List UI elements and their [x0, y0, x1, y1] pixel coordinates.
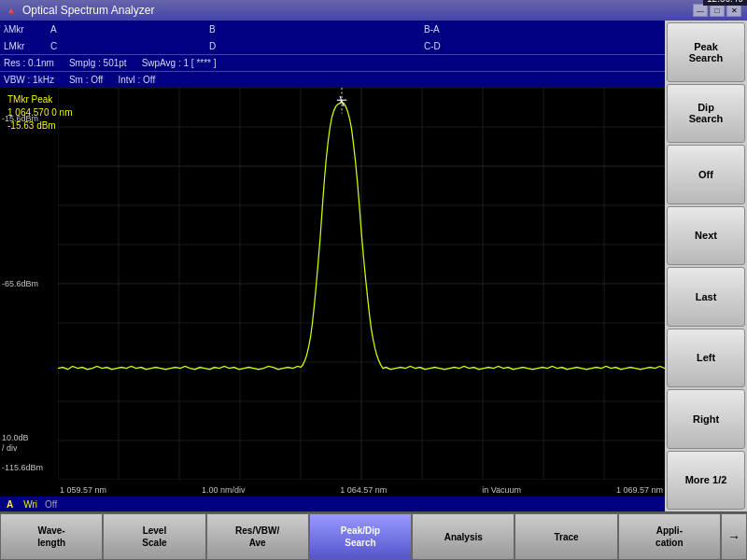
wavelength-button[interactable]: Wave- length: [0, 513, 103, 560]
settings-row-2: VBW : 1kHz Sm : Off Intvl : Off: [0, 71, 665, 88]
time-display: 12:56:49: [707, 0, 743, 5]
spectrum-graph: ×: [58, 88, 665, 480]
y-label-mid: -65.6dBm: [2, 279, 38, 288]
marker-row-1: λMkr A B B-A: [0, 21, 665, 37]
mkr-a-value: A: [50, 24, 78, 35]
peak-power: -15.63 dBm: [7, 119, 73, 133]
graph-info-box: TMkr Peak 1 064.570 0 nm -15.63 dBm: [7, 93, 73, 133]
peak-search-button[interactable]: Peak Search: [667, 22, 745, 82]
close-button[interactable]: ✕: [726, 4, 741, 17]
intvl-setting: Intvl : Off: [118, 75, 155, 85]
right-button[interactable]: Right: [667, 389, 745, 449]
off-button[interactable]: Off: [667, 145, 745, 204]
peak-dip-search-button[interactable]: Peak/Dip Search: [309, 513, 412, 560]
off-label: Off: [45, 499, 57, 510]
wri-label: Wri: [23, 499, 37, 510]
lambda-mkr-label: λMkr: [4, 24, 32, 35]
mkr-ba-label: B-A: [424, 24, 452, 35]
l-mkr-label: LMkr: [4, 41, 32, 51]
peak-wavelength: 1 064.570 0 nm: [7, 106, 73, 119]
analysis-button[interactable]: Analysis: [412, 513, 514, 560]
dip-search-button[interactable]: Dip Search: [667, 84, 745, 144]
res-vbw-avg-button[interactable]: Res/VBW/ Ave: [206, 513, 309, 560]
left-button[interactable]: Left: [667, 329, 745, 388]
vbw-setting: VBW : 1kHz: [4, 75, 54, 85]
level-scale-button[interactable]: Level Scale: [103, 513, 205, 560]
res-setting: Res : 0.1nm: [4, 58, 54, 68]
application-button[interactable]: Appli- cation: [618, 513, 721, 560]
right-sidebar: Peak Search Dip Search Off Next Last Lef…: [665, 21, 747, 511]
sm-setting: Sm : Off: [69, 75, 104, 85]
x-label-left: 1 059.57 nm: [60, 485, 106, 495]
more-button[interactable]: More 1/2: [667, 451, 745, 511]
app-icon: 🔺: [6, 6, 17, 16]
x-label-div: 1.00 nm/div: [202, 485, 246, 495]
svg-text:×: ×: [339, 96, 344, 105]
settings-row-1: Res : 0.1nm Smplg : 501pt SwpAvg : 1 [ *…: [0, 54, 665, 71]
trace-a-label: A: [4, 499, 16, 510]
y-label-bot: -115.6dBm: [2, 463, 43, 472]
spectrum-panel: λMkr A B B-A LMkr C D C-D Res : 0.1nm Sm…: [0, 21, 665, 511]
last-button[interactable]: Last: [667, 267, 745, 327]
x-label-right: 1 069.57 nm: [616, 485, 663, 495]
tmkr-label: TMkr Peak: [7, 93, 73, 106]
title-bar: 🔺 Optical Spectrum Analyzer — □ ✕: [0, 0, 747, 21]
toolbar-arrow-button[interactable]: →: [721, 513, 747, 560]
trace-indicator: A Wri Off: [0, 497, 665, 511]
smplg-setting: Smplg : 501pt: [69, 58, 127, 68]
datetime-display: 3/8/2021 12:56:49: [703, 0, 747, 6]
graph-area: TMkr Peak 1 064.570 0 nm -15.63 dBm Norm…: [0, 88, 665, 497]
maximize-button[interactable]: □: [710, 4, 725, 17]
y-label-div: 10.0dB/ div: [2, 433, 29, 454]
minimize-button[interactable]: —: [693, 4, 708, 17]
x-label-vacuum: in Vacuum: [482, 485, 521, 495]
swpavg-setting: SwpAvg : 1 [ **** ]: [142, 58, 217, 68]
next-button[interactable]: Next: [667, 206, 745, 266]
trace-button[interactable]: Trace: [514, 513, 617, 560]
app-title: Optical Spectrum Analyzer: [22, 4, 154, 17]
mkr-b-label: B: [209, 24, 237, 35]
bottom-toolbar: Wave- length Level Scale Res/VBW/ Ave Pe…: [0, 511, 747, 560]
x-label-center: 1 064.57 nm: [340, 485, 387, 495]
mkr-cd-label: C-D: [424, 41, 452, 51]
mkr-c-value: C: [50, 41, 78, 51]
mkr-d-label: D: [209, 41, 237, 51]
marker-row-2: LMkr C D C-D: [0, 37, 665, 54]
